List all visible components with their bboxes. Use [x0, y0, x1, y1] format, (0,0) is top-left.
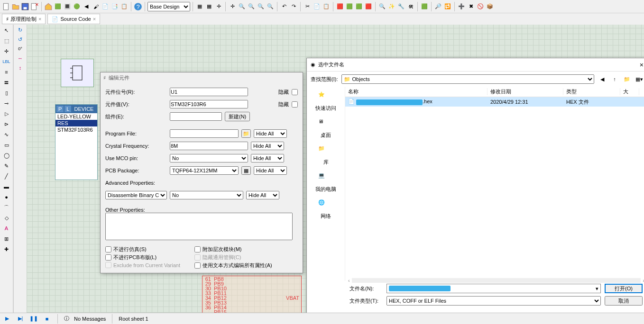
report-icon[interactable]: 📄: [101, 2, 110, 11]
filename-input[interactable]: ▾: [386, 284, 601, 293]
find-icon[interactable]: 🔎: [434, 2, 442, 11]
sub-icon[interactable]: ▯: [2, 88, 11, 98]
stamp-icon[interactable]: 📑: [110, 2, 119, 11]
select-icon[interactable]: ⬚: [2, 36, 11, 45]
val-hide-check[interactable]: [292, 101, 298, 108]
pkg-vis-select[interactable]: Hide All: [254, 166, 287, 175]
check-icon[interactable]: 🛠: [406, 2, 415, 11]
adv-val-select[interactable]: No: [170, 191, 243, 199]
no-sim-check[interactable]: [105, 246, 111, 252]
freq-vis-select[interactable]: Hide All: [251, 142, 284, 150]
new-icon[interactable]: [2, 2, 10, 11]
port-icon[interactable]: ⊳: [2, 119, 11, 129]
block3-icon[interactable]: 🟩: [355, 2, 363, 11]
term1-icon[interactable]: ⊸: [2, 99, 11, 108]
grp-input[interactable]: [170, 112, 222, 121]
close-page-icon[interactable]: ×: [30, 2, 39, 11]
h-scrollbar[interactable]: ‹›: [345, 277, 644, 284]
place-desktop[interactable]: 🖥桌面: [318, 118, 333, 139]
marker-icon[interactable]: ✚: [2, 244, 11, 254]
poly-icon[interactable]: ◇: [2, 213, 11, 223]
open-icon[interactable]: [11, 2, 20, 11]
cut-icon[interactable]: ✂: [303, 2, 312, 11]
help-icon[interactable]: ?: [134, 2, 142, 11]
fill-rect-icon[interactable]: ▬: [2, 182, 11, 191]
brush-icon[interactable]: 🖌: [92, 2, 100, 11]
pause-icon[interactable]: ❚❚: [29, 315, 38, 323]
file-row[interactable]: 📄 .hex 2020/4/29 12:31 HEX 文件: [345, 97, 644, 107]
place-libraries[interactable]: 📁库: [318, 145, 333, 166]
package-icon[interactable]: 📦: [486, 2, 494, 11]
add-part-icon[interactable]: ➕: [457, 2, 466, 11]
arc-icon[interactable]: ⌒: [2, 203, 11, 212]
flip-h-icon[interactable]: ↔: [16, 54, 25, 63]
zoom-out-icon[interactable]: 🔍: [247, 2, 256, 11]
stop-icon[interactable]: ■: [43, 315, 51, 323]
pfile-vis-select[interactable]: Hide All: [254, 129, 287, 138]
board-icon[interactable]: 🟩: [54, 2, 62, 11]
symbol-icon[interactable]: ⊞: [2, 234, 11, 243]
design-mode-select[interactable]: Base Design: [147, 2, 190, 11]
replace-icon[interactable]: 🔁: [443, 2, 452, 11]
cancel-button[interactable]: 取消: [605, 296, 643, 306]
close-icon[interactable]: ×: [93, 16, 96, 22]
p-button[interactable]: P: [56, 106, 64, 112]
play-icon[interactable]: ▶: [3, 315, 11, 323]
view-icon[interactable]: ▦▾: [635, 75, 644, 83]
no-pcb-check[interactable]: [105, 254, 111, 261]
new-folder-icon[interactable]: 📁: [623, 75, 631, 83]
redo-icon[interactable]: ↷: [289, 2, 298, 11]
file-list[interactable]: 名称 修改日期 类型 大 📄 .hex 2020/4/29 12:31 HEX …: [345, 87, 644, 281]
panel1-icon[interactable]: 🟩: [420, 2, 429, 11]
save-icon[interactable]: [21, 2, 29, 11]
zoom-in-icon[interactable]: 🔍: [238, 2, 246, 11]
place-thispc[interactable]: 💻我的电脑: [315, 172, 336, 193]
pkg-select[interactable]: TQFP64-12X12MM: [170, 166, 239, 175]
list-item[interactable]: RES: [55, 120, 97, 126]
pen-icon[interactable]: ✎: [2, 161, 11, 171]
place-network[interactable]: 🌐网络: [318, 199, 333, 220]
text-icon[interactable]: ≡: [2, 67, 11, 77]
text-edit-check[interactable]: [194, 262, 201, 269]
cancel-icon[interactable]: 🚫: [476, 2, 485, 11]
list-item[interactable]: LED-YELLOW: [55, 113, 97, 120]
line-icon[interactable]: ╱: [2, 171, 11, 181]
adv-vis-select[interactable]: Hide All: [246, 191, 279, 199]
grid-icon[interactable]: ▦: [195, 2, 204, 11]
wand-icon[interactable]: ✨: [387, 2, 396, 11]
zoom-fit-icon[interactable]: 🔍: [257, 2, 265, 11]
route-icon[interactable]: 🟢: [73, 2, 81, 11]
ref-hide-check[interactable]: [292, 89, 298, 95]
list-icon[interactable]: 📋: [120, 2, 129, 11]
copy-icon[interactable]: 📄: [313, 2, 321, 11]
list-item[interactable]: STM32F103R6: [55, 126, 97, 133]
rotate-ccw-icon[interactable]: ↺: [16, 35, 25, 44]
rotate-cw-icon[interactable]: ↻: [16, 26, 25, 34]
new-button[interactable]: 新建(N): [225, 112, 250, 121]
browse-button[interactable]: 📁: [241, 129, 251, 138]
scope-select[interactable]: 📁 Objects: [341, 74, 594, 84]
cursor-icon[interactable]: ↖: [2, 26, 11, 35]
center-icon[interactable]: ✛: [228, 2, 237, 11]
grid2-icon[interactable]: ▦: [205, 2, 213, 11]
pfile-input[interactable]: [170, 129, 239, 138]
home-icon[interactable]: [44, 2, 53, 11]
label-icon[interactable]: LBL: [2, 57, 11, 66]
block2-icon[interactable]: 🟩: [345, 2, 354, 11]
adv-prop-select[interactable]: Disassemble Binary Code: [105, 191, 167, 199]
filetype-select[interactable]: HEX, COFF or ELF Files: [386, 296, 601, 306]
pkg-browse-button[interactable]: ▦: [241, 166, 251, 175]
mco-select[interactable]: No: [170, 154, 248, 162]
other-props-textarea[interactable]: [105, 213, 293, 240]
gen-icon[interactable]: ∿: [2, 130, 11, 139]
zoom-area-icon[interactable]: 🔍: [266, 2, 275, 11]
crosshair-icon[interactable]: ✛: [214, 2, 223, 11]
file-list-header[interactable]: 名称 修改日期 类型 大: [345, 87, 644, 97]
open-button[interactable]: 打开(O): [605, 284, 643, 293]
close-icon[interactable]: ×: [640, 61, 644, 69]
ref-input[interactable]: [170, 88, 248, 96]
wrench-icon[interactable]: 🔧: [397, 2, 405, 11]
back-icon[interactable]: ◀: [82, 2, 91, 11]
hier-mod-check[interactable]: [194, 246, 201, 252]
back-icon[interactable]: ◀: [598, 75, 607, 83]
